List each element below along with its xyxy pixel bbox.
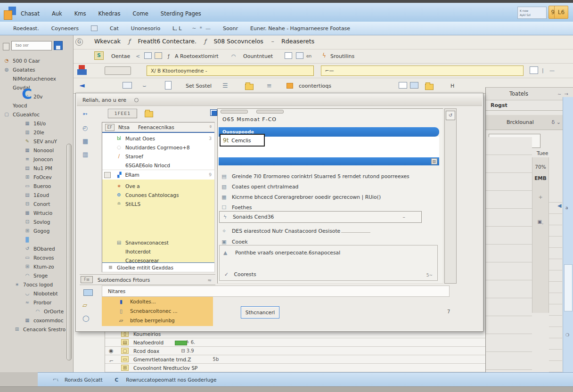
- monitor-icon[interactable]: [83, 289, 93, 296]
- zoom-level[interactable]: 70%: [532, 164, 548, 170]
- tree-footer-row[interactable]: F⊞ Suotoemdocs Frtours ≈: [80, 274, 215, 285]
- note-footer[interactable]: ✓ Coorests: [224, 271, 256, 278]
- tree-item[interactable]: ◌ Noutidardes Cogrmoeo+8: [102, 143, 214, 152]
- minus-icon[interactable]: –: [403, 214, 405, 220]
- sidebar-item[interactable]: ≡ Jonocon: [0, 155, 74, 163]
- layout-icon[interactable]: [399, 82, 407, 89]
- sidebar-item[interactable]: ⊡ Sovlog: [0, 217, 74, 226]
- circle-icon[interactable]: ◯: [82, 315, 90, 322]
- menu-item[interactable]: Auk: [52, 10, 62, 17]
- blank-page-icon[interactable]: [285, 52, 292, 59]
- property-grid-rows[interactable]: [486, 137, 532, 373]
- highlight-option[interactable]: ▮ Kodoltes...: [102, 297, 213, 306]
- secondary-field[interactable]: ⌐—: [321, 65, 524, 76]
- sidebar-item[interactable]: ◍ Goatates: [0, 65, 74, 74]
- tree-item[interactable]: Ihotcerdot: [102, 247, 214, 256]
- menu-item[interactable]: Roedeast.: [13, 25, 39, 32]
- sidebar-item[interactable]: ≈ Prorbor: [0, 298, 74, 307]
- sidebar-item[interactable]: ⊞ Cenacork Srestro: [0, 325, 74, 334]
- menu-item[interactable]: Kms: [74, 10, 86, 17]
- menu-item[interactable]: Coyneoers: [51, 25, 79, 32]
- sidebar-item[interactable]: ⊟ Conort: [0, 199, 74, 208]
- property-grid-rows-narrow[interactable]: [549, 191, 562, 373]
- toolbar-label[interactable]: A Roetoextlomirt: [175, 53, 219, 59]
- refresh-c-icon[interactable]: [22, 87, 32, 101]
- option-row[interactable]: ▤ Greinde 7i0 Erormoreo corinktrl Stuarr…: [221, 173, 437, 180]
- sidebar-item[interactable]: ◡ Nlobotebt: [0, 289, 74, 298]
- dropdown-open-item[interactable]: 9t Cemclis: [220, 134, 265, 147]
- sidebar-item[interactable]: ▭ Bueroo: [0, 181, 74, 190]
- table-icon[interactable]: ▥: [82, 151, 88, 158]
- menu-item[interactable]: Cat: [110, 25, 119, 32]
- dialog-toolbar-button[interactable]: 1FEE1: [108, 109, 137, 118]
- plus-icon[interactable]: +: [532, 194, 548, 200]
- advanced-button[interactable]: Sthcnancerl: [241, 306, 279, 318]
- sidebar-item[interactable]: ◠ OrOorte: [0, 307, 74, 316]
- stamp-icon[interactable]: ⌣: [142, 82, 147, 90]
- sidebar-item[interactable]: ▢ CGueakfoc: [0, 110, 74, 119]
- option-row[interactable]: ▣ Cooek: [221, 239, 437, 245]
- toolbar-label[interactable]: Set Sostel: [186, 83, 212, 89]
- ribbon-tab[interactable]: S08 Socovncelos: [211, 38, 266, 45]
- tree-item[interactable]: ∗ Ove a: [102, 181, 214, 190]
- sidebar-item[interactable]: Yoocd: [0, 101, 74, 110]
- content-scrollbar[interactable]: ↺: [444, 108, 457, 284]
- sidebar-item[interactable]: ▤ Nu1 PM: [0, 163, 74, 172]
- menu-item[interactable]: Chasat: [21, 10, 40, 17]
- sidebar-item[interactable]: ▉: [0, 235, 74, 244]
- sidebar-item[interactable]: ↺ BObared: [0, 244, 74, 253]
- sidebar-item[interactable]: ▦ Wrtucio: [0, 208, 74, 217]
- window-icon[interactable]: [530, 66, 538, 74]
- tree-item[interactable]: / Staroef: [102, 152, 214, 161]
- tree-item[interactable]: ≘ StiLLS: [102, 199, 214, 208]
- folder-icon[interactable]: [145, 111, 153, 117]
- minus-icon[interactable]: —: [549, 67, 555, 74]
- toolbar-label[interactable]: coontertioqs: [299, 83, 331, 89]
- sidebar-item[interactable]: Govdal: [0, 83, 74, 92]
- ribbon-tab[interactable]: Freatlt6 Contectare.: [135, 38, 199, 45]
- toolbar-label[interactable]: Oentae: [111, 53, 130, 59]
- sidebar-item[interactable]: ▦ coxommdoc: [0, 316, 74, 325]
- menu-item[interactable]: Sterding Pages: [161, 10, 201, 17]
- menu-lines-icon[interactable]: ≡: [267, 82, 272, 89]
- option-row[interactable]: ▦ Kicnrme bhcecd Coreragrebroer ooedir g…: [221, 194, 437, 200]
- sidebar-scrollbar[interactable]: [66, 144, 72, 360]
- refresh-icon[interactable]: ↺: [446, 111, 455, 120]
- tree-item-selected[interactable]: ▞ ERam 9: [102, 170, 214, 180]
- tree-item[interactable]: 6SGAE6olo Nrlocd: [102, 161, 214, 170]
- list-icon[interactable]: ☰: [222, 82, 228, 89]
- filter-row[interactable]: Nitares: [102, 286, 450, 297]
- sidebar-item[interactable]: ▤ 1£oud: [0, 190, 74, 199]
- menu-item[interactable]: Euner. Neahe - Hagmarneesre Footase: [250, 25, 350, 32]
- window-icon[interactable]: [296, 52, 303, 59]
- option-row-boxed[interactable]: ϟ Sonaids Cend36 –: [219, 211, 422, 223]
- option-row[interactable]: ▧ Coates opent chrtralmead: [221, 184, 437, 190]
- tree-item[interactable]: ▤ Snavnoxconacest: [102, 238, 214, 247]
- mini-scrollbars[interactable]: [221, 110, 284, 114]
- tree-header[interactable]: EF Ntsa Feenacecnlkas º: [102, 122, 214, 133]
- document-icon[interactable]: [165, 81, 172, 90]
- ribbon-tab[interactable]: Rdeaserets: [278, 38, 317, 45]
- sidebar-item[interactable]: ▥ 20le: [0, 128, 74, 137]
- menu-item[interactable]: L, L: [172, 25, 181, 32]
- cursor-icon[interactable]: ➳: [82, 110, 88, 117]
- highlight-option[interactable]: ▯ Scnebarcoltonec ...: [102, 306, 213, 316]
- pin-icon[interactable]: ◀: [557, 203, 561, 209]
- back-arrow-icon[interactable]: ◄: [79, 81, 85, 90]
- layer-icon[interactable]: ▣˯: [532, 219, 548, 224]
- tree-item[interactable]: Ы Munat Ooes 3: [102, 134, 214, 143]
- layout-blue-icon[interactable]: [410, 82, 418, 89]
- tree-header-dropdown[interactable]: Feenacecnlkas: [138, 124, 174, 130]
- sidebar-item[interactable]: ⊞ FoOcev: [0, 172, 74, 181]
- save-icon[interactable]: [54, 41, 63, 50]
- address-input[interactable]: [147, 65, 314, 76]
- background-dropdown[interactable]: Brcklounal ẟ ⌄: [486, 115, 573, 130]
- tree-row[interactable]: ▭ Gmemrtletoante trnd.Z 5b: [105, 355, 485, 364]
- box-icon[interactable]: [144, 52, 152, 59]
- flag-icon[interactable]: [77, 65, 87, 75]
- target-icon[interactable]: ◉: [109, 348, 114, 354]
- highlight-option[interactable]: ▱ btfoe berrgelunbg: [102, 316, 213, 325]
- option-row[interactable]: ✧ DES eiarestcod Nutr Cnastacoord Oesiso…: [221, 228, 437, 234]
- checkbox-icon[interactable]: [104, 172, 111, 178]
- folder-icon[interactable]: [425, 84, 434, 90]
